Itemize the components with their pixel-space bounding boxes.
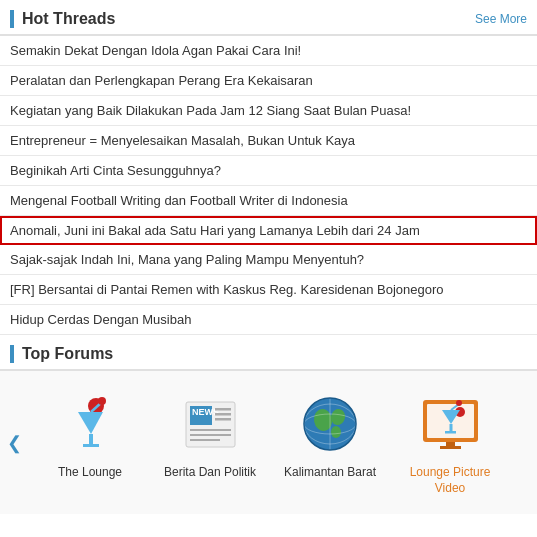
thread-item[interactable]: Entrepreneur = Menyelesaikan Masalah, Bu… [0, 126, 537, 156]
svg-rect-3 [83, 444, 99, 447]
forums-grid: The Lounge NEWS Berita Dan Politik [0, 381, 537, 504]
top-forums-header: Top Forums [0, 345, 537, 371]
forum-item[interactable]: The Lounge [30, 381, 150, 504]
forum-item[interactable]: Kalimantan Barat [270, 381, 390, 504]
svg-rect-2 [89, 434, 93, 444]
svg-marker-1 [78, 412, 103, 434]
lounge-icon [55, 389, 125, 459]
thread-item[interactable]: Mengenal Football Writing dan Football W… [0, 186, 537, 216]
forums-carousel: ❮ The Lounge NEWS [0, 371, 537, 514]
svg-rect-32 [446, 442, 455, 446]
top-forums-title: Top Forums [10, 345, 113, 363]
hot-threads-title: Hot Threads [10, 10, 115, 28]
forum-item[interactable]: Lounge Picture Video [390, 381, 510, 504]
forum-label: The Lounge [58, 465, 122, 481]
thread-list: Semakin Dekat Dengan Idola Agan Pakai Ca… [0, 36, 537, 335]
thread-item[interactable]: Sajak-sajak Indah Ini, Mana yang Paling … [0, 245, 537, 275]
globe-icon [295, 389, 365, 459]
svg-rect-11 [215, 413, 231, 416]
thread-item[interactable]: Peralatan dan Perlengkapan Perang Era Ke… [0, 66, 537, 96]
svg-rect-29 [445, 431, 456, 434]
news-icon: NEWS [175, 389, 245, 459]
forum-label: Berita Dan Politik [164, 465, 256, 481]
svg-rect-33 [440, 446, 461, 449]
forum-label: Kalimantan Barat [284, 465, 376, 481]
carousel-prev-button[interactable]: ❮ [2, 427, 27, 459]
svg-point-31 [456, 400, 462, 406]
hot-threads-section: Hot Threads See More Semakin Dekat Denga… [0, 0, 537, 335]
svg-point-5 [98, 397, 106, 405]
svg-rect-14 [190, 434, 231, 436]
thread-item[interactable]: Semakin Dekat Dengan Idola Agan Pakai Ca… [0, 36, 537, 66]
thread-item[interactable]: Anomali, Juni ini Bakal ada Satu Hari ya… [0, 216, 537, 245]
svg-rect-10 [215, 408, 231, 411]
svg-rect-12 [215, 418, 231, 421]
svg-rect-15 [190, 439, 220, 441]
thread-item[interactable]: [FR] Bersantai di Pantai Remen with Kask… [0, 275, 537, 305]
svg-text:NEWS: NEWS [192, 407, 219, 417]
svg-point-19 [331, 426, 341, 438]
thread-item[interactable]: Beginikah Arti Cinta Sesungguhnya? [0, 156, 537, 186]
lpv-icon [415, 389, 485, 459]
svg-rect-13 [190, 429, 231, 431]
svg-rect-28 [449, 424, 452, 431]
forum-item[interactable]: NEWS Berita Dan Politik [150, 381, 270, 504]
forum-label: Lounge Picture Video [395, 465, 505, 496]
hot-threads-header: Hot Threads See More [0, 10, 537, 36]
top-forums-section: Top Forums ❮ The Lounge [0, 345, 537, 514]
see-more-link[interactable]: See More [475, 12, 527, 26]
thread-item[interactable]: Kegiatan yang Baik Dilakukan Pada Jam 12… [0, 96, 537, 126]
thread-item[interactable]: Hidup Cerdas Dengan Musibah [0, 305, 537, 335]
